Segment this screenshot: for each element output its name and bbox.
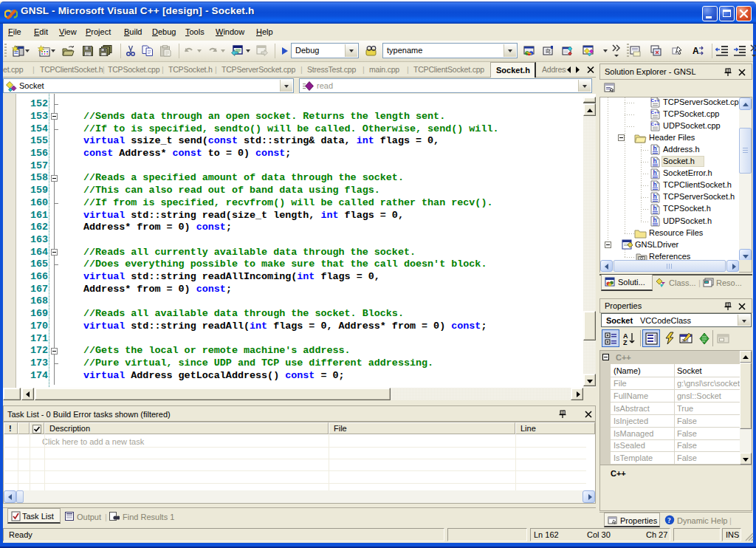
svg-text:h: h <box>653 157 656 164</box>
svg-text:C++: C++ <box>651 110 660 114</box>
svg-text:h: h <box>653 168 656 176</box>
svg-text:h: h <box>653 216 656 224</box>
svg-text:C++: C++ <box>651 98 660 103</box>
svg-text:h: h <box>653 192 656 199</box>
svg-text:C++: C++ <box>651 122 660 126</box>
svg-text:A: A <box>693 46 699 56</box>
svg-text:h: h <box>653 204 656 211</box>
svg-text:h: h <box>653 180 656 188</box>
svg-text:Z: Z <box>623 339 628 346</box>
svg-text:h: h <box>653 145 656 152</box>
svg-text:?: ? <box>667 517 671 524</box>
